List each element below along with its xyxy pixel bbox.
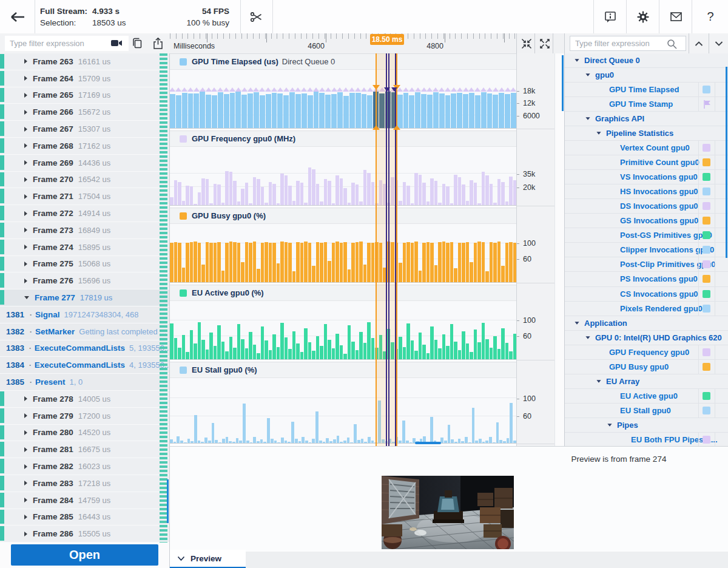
chevron-right-icon[interactable] [24, 430, 27, 435]
frame-row[interactable]: Frame 27016542 us [0, 172, 170, 189]
settings-button[interactable] [626, 0, 659, 33]
chart-plot-area[interactable] [170, 147, 516, 206]
metric-color-swatch[interactable] [703, 188, 710, 195]
chevron-right-icon[interactable] [24, 447, 27, 452]
frame-row[interactable]: Frame 27117504 us [0, 188, 170, 205]
frame-filter-input[interactable] [5, 36, 129, 51]
chevron-down-icon[interactable] [585, 117, 590, 120]
system-info-button[interactable] [593, 0, 627, 33]
charts-horizontal-scrollbar[interactable] [415, 442, 441, 444]
frame-row[interactable]: Frame 28317218 us [0, 475, 170, 492]
metric-color-swatch[interactable] [703, 275, 710, 283]
frame-row[interactable]: Frame 27415895 us [0, 239, 170, 256]
chart-plot-area[interactable] [170, 301, 516, 360]
tree-metric-row[interactable]: EU Active gpu0 [565, 389, 728, 404]
chevron-right-icon[interactable] [24, 396, 27, 401]
frame-row[interactable]: Frame 26715307 us [0, 121, 170, 138]
tree-group-row[interactable]: Pipeline Statistics [565, 126, 728, 141]
open-button[interactable]: Open [11, 544, 158, 566]
tree-metric-row[interactable]: CS Invocations gpu0 [565, 287, 728, 302]
tree-metric-row[interactable]: Clipper Invocations gpu0 [565, 243, 728, 257]
chevron-down-icon[interactable] [24, 296, 29, 299]
chevron-right-icon[interactable] [24, 262, 27, 266]
frame-row[interactable]: Frame 26914436 us [0, 155, 170, 172]
chevron-right-icon[interactable] [24, 110, 27, 115]
chart-plot-area[interactable] [170, 70, 516, 129]
tree-metric-row[interactable]: EU Both FPU Pipes A... [565, 433, 728, 447]
chevron-right-icon[interactable] [24, 211, 27, 216]
frame-row[interactable]: Frame 26517169 us [0, 87, 170, 104]
frame-row[interactable]: Frame 27515068 us [0, 256, 170, 273]
chevron-right-icon[interactable] [24, 413, 27, 418]
frame-row[interactable]: Frame 27316849 us [0, 222, 170, 239]
frame-row[interactable]: Frame 28116675 us [0, 441, 170, 458]
frame-row[interactable]: Frame 26817162 us [0, 138, 170, 155]
flag-icon[interactable] [703, 100, 711, 109]
chart-plot-area[interactable] [170, 378, 516, 444]
chevron-right-icon[interactable] [24, 59, 27, 64]
tree-group-row[interactable]: GPU 0: Intel(R) UHD Graphics 620 [565, 331, 728, 345]
tree-metric-row[interactable]: Vertex Count gpu0 [565, 141, 728, 155]
zoom-full-range-button[interactable] [536, 33, 554, 53]
frame-row[interactable]: Frame 28414759 us [0, 492, 170, 509]
chevron-down-icon[interactable] [585, 336, 590, 339]
frame-list-scrollbar[interactable] [167, 479, 169, 523]
frame-row[interactable]: Frame 27717819 us [0, 289, 170, 306]
tree-group-row[interactable]: Pipes [565, 418, 728, 433]
tree-metric-row[interactable]: VS Invocations gpu0 [565, 170, 728, 184]
metric-color-swatch[interactable] [703, 436, 710, 444]
frame-row[interactable]: Frame 26415709 us [0, 70, 170, 87]
tree-metric-row[interactable]: GPU Frequency gpu0 [565, 345, 728, 360]
metric-color-swatch[interactable] [703, 144, 710, 152]
clip-selection-button[interactable] [240, 0, 273, 33]
metric-tree[interactable]: Direct Queue 0gpu0GPU Time ElapsedGPU Ti… [564, 53, 728, 447]
metric-color-swatch[interactable] [703, 392, 710, 400]
chevron-right-icon[interactable] [24, 160, 27, 165]
previous-match-button[interactable] [689, 33, 709, 53]
chevron-right-icon[interactable] [24, 228, 27, 232]
back-button[interactable] [0, 0, 35, 33]
tree-metric-row[interactable]: GPU Time Stamp [565, 97, 728, 112]
metric-color-swatch[interactable] [703, 290, 710, 298]
chevron-right-icon[interactable] [24, 498, 27, 502]
tree-group-row[interactable]: gpu0 [565, 68, 728, 83]
tree-vertical-scrollbar[interactable] [726, 67, 727, 258]
event-row[interactable]: 1385·Present1, 0 [0, 374, 170, 391]
chevron-down-icon[interactable] [607, 424, 612, 427]
metric-color-swatch[interactable] [703, 246, 710, 254]
metric-color-swatch[interactable] [703, 202, 710, 210]
frame-row[interactable]: Frame 27214914 us [0, 205, 170, 222]
tree-metric-row[interactable]: GPU Busy gpu0 [565, 360, 728, 374]
tree-metric-row[interactable]: EU Stall gpu0 [565, 404, 728, 418]
chevron-right-icon[interactable] [24, 177, 27, 182]
chevron-down-icon[interactable] [596, 132, 601, 135]
chevron-right-icon[interactable] [24, 279, 27, 283]
tree-metric-row[interactable]: Post-GS Primitives gpu0 [565, 228, 728, 243]
chevron-right-icon[interactable] [24, 515, 27, 519]
tree-metric-row[interactable]: Pixels Rendered gpu0 [565, 302, 728, 316]
feedback-button[interactable] [659, 0, 692, 33]
frame-row[interactable]: Frame 28216023 us [0, 458, 170, 475]
tree-group-row[interactable]: Direct Queue 0 [565, 53, 728, 68]
frame-row[interactable]: Frame 27917200 us [0, 408, 170, 425]
tree-metric-row[interactable]: HS Invocations gpu0 [565, 184, 728, 199]
tree-metric-row[interactable]: Post-Clip Primitives gpu0 [565, 257, 728, 272]
tree-group-row[interactable]: EU Array [565, 374, 728, 389]
chevron-down-icon[interactable] [575, 59, 579, 62]
metric-charts-area[interactable]: GPU Time Elapsed (us)Direct Queue 0GPU F… [170, 53, 516, 446]
chevron-right-icon[interactable] [24, 76, 27, 81]
chevron-right-icon[interactable] [24, 143, 27, 148]
selection-duration-badge[interactable]: 18.50 ms [370, 34, 404, 45]
frame-row[interactable]: Frame 27615696 us [0, 272, 170, 289]
preview-tab[interactable]: Preview [170, 550, 246, 567]
frame-list[interactable]: Frame 26316161 usFrame 26415709 usFrame … [0, 53, 170, 543]
metric-color-swatch[interactable] [703, 305, 710, 313]
event-row[interactable]: 1382·SetMarkerGetting last completed ... [0, 323, 170, 340]
tree-metric-row[interactable]: DS Invocations gpu0 [565, 199, 728, 214]
metric-color-swatch[interactable] [703, 348, 710, 356]
timeline-ruler[interactable]: Milliseconds 4600 4800 18.50 ms [170, 33, 564, 54]
tree-group-row[interactable]: Application [565, 316, 728, 331]
copy-frames-button[interactable] [129, 36, 146, 51]
chevron-right-icon[interactable] [24, 245, 27, 249]
chevron-right-icon[interactable] [24, 93, 27, 98]
